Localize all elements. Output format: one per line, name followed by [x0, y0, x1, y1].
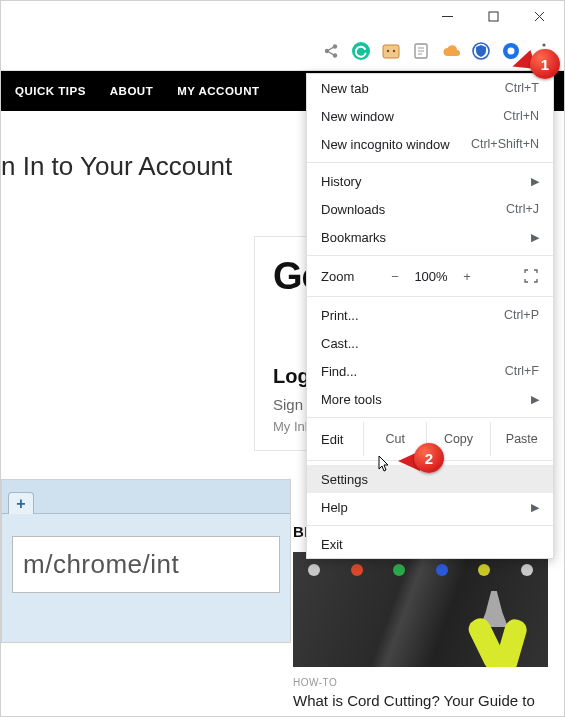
menu-cast[interactable]: Cast...: [307, 329, 553, 357]
menu-find[interactable]: Find...Ctrl+F: [307, 357, 553, 385]
new-tab-plus-icon[interactable]: +: [8, 492, 34, 514]
nav-about[interactable]: ABOUT: [110, 85, 153, 97]
share-icon[interactable]: [320, 40, 342, 62]
article-category: HOW-TO: [293, 677, 548, 688]
shield-icon[interactable]: [470, 40, 492, 62]
notes-icon[interactable]: [410, 40, 432, 62]
menu-zoom: Zoom − 100% +: [307, 260, 553, 292]
cursor-pointer-icon: [376, 455, 394, 477]
toast-icon[interactable]: [380, 40, 402, 62]
cloud-icon[interactable]: [440, 40, 462, 62]
svg-rect-5: [383, 45, 399, 58]
menu-help[interactable]: Help▶: [307, 493, 553, 521]
menu-more-tools[interactable]: More tools▶: [307, 385, 553, 413]
svg-point-12: [542, 43, 545, 46]
menu-edit-label: Edit: [307, 432, 363, 447]
article-image[interactable]: [293, 552, 548, 667]
zoom-out-button[interactable]: −: [381, 269, 409, 284]
svg-point-7: [393, 49, 395, 51]
menu-new-window[interactable]: New windowCtrl+N: [307, 102, 553, 130]
callout-2: 2: [398, 443, 444, 479]
thumbnail-url: m/chrome/int: [12, 536, 280, 593]
window-titlebar: [1, 1, 564, 31]
fullscreen-icon[interactable]: [517, 269, 545, 283]
menu-bookmarks[interactable]: Bookmarks▶: [307, 223, 553, 251]
zoom-in-button[interactable]: +: [453, 269, 481, 284]
menu-exit[interactable]: Exit: [307, 530, 553, 558]
article-title[interactable]: What is Cord Cutting? Your Guide to: [293, 692, 548, 709]
thumbnail-tabbar: +: [2, 480, 290, 514]
menu-history[interactable]: History▶: [307, 167, 553, 195]
nav-quick-tips[interactable]: QUICK TIPS: [15, 85, 86, 97]
nav-my-account[interactable]: MY ACCOUNT: [177, 85, 259, 97]
chrome-menu: New tabCtrl+T New windowCtrl+N New incog…: [306, 73, 554, 559]
svg-rect-0: [489, 12, 498, 21]
minimize-button[interactable]: [424, 1, 470, 31]
grammarly-icon[interactable]: [350, 40, 372, 62]
menu-paste[interactable]: Paste: [490, 422, 553, 456]
callout-1: 1: [514, 49, 560, 85]
menu-incognito[interactable]: New incognito windowCtrl+Shift+N: [307, 130, 553, 158]
thumbnail-preview: + m/chrome/int: [1, 479, 291, 643]
close-button[interactable]: [516, 1, 562, 31]
maximize-button[interactable]: [470, 1, 516, 31]
pliers-icon: [448, 587, 538, 667]
menu-print[interactable]: Print...Ctrl+P: [307, 301, 553, 329]
zoom-value: 100%: [409, 269, 453, 284]
browser-toolbar: [1, 31, 564, 71]
svg-point-6: [387, 49, 389, 51]
menu-downloads[interactable]: DownloadsCtrl+J: [307, 195, 553, 223]
